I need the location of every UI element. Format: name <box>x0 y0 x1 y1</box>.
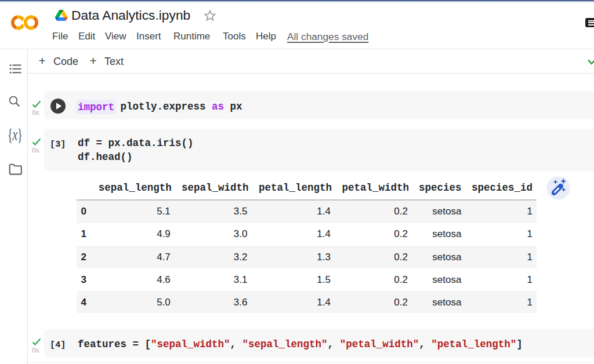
svg-text:{x}: {x} <box>8 128 23 144</box>
